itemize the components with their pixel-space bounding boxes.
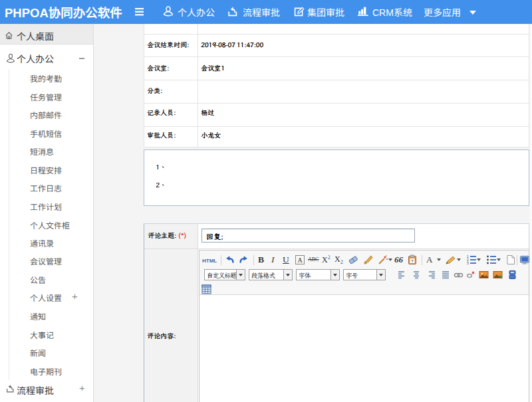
svg-text:3: 3 — [467, 260, 469, 265]
svg-text:T: T — [411, 258, 414, 264]
